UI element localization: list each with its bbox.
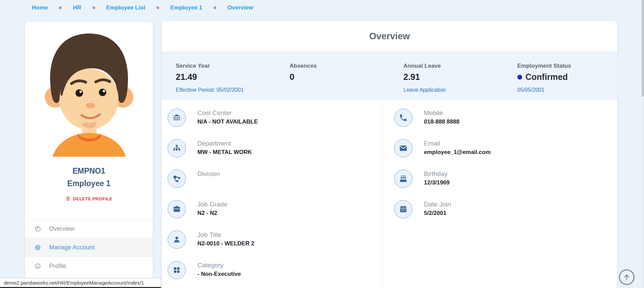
sidebar-item-label: Overview [49,225,74,232]
calendar-icon [399,205,408,214]
breadcrumb-employee-1[interactable]: Employee 1 [170,4,202,11]
overview-panel: Overview Service Year 21.49 Effective Pe… [162,21,617,288]
stat-service-year: Service Year 21.49 Effective Period: 05/… [162,51,276,100]
detail-label: Birthday [424,170,450,178]
detail-label: Division [197,170,220,178]
employee-number: EMPNO1 [25,165,153,177]
detail-value: employee_1@email.com [424,149,491,156]
envelope-icon [399,144,408,153]
detail-label: Department [197,140,252,147]
status-dot-icon [517,75,522,80]
detail-value: MW - METAL WORK [197,149,252,156]
breadcrumb-separator-dot [92,6,95,9]
profile-side-menu: Overview Manage Account Profile [25,219,153,275]
detail-date-join: Date Join 5/2/2001 [394,200,617,230]
detail-mobile: Mobile 018-888 8888 [394,109,617,139]
leave-application-link[interactable]: Leave Application [404,87,446,93]
detail-department: Department MW - METAL WORK [168,139,383,170]
detail-label: Category [197,262,241,269]
details-section: Cost Center N/A - NOT AVAILABLE Departme… [162,100,617,288]
detail-value: - Non-Executive [197,271,241,278]
breadcrumb-home[interactable]: Home [32,4,48,11]
detail-category: Category - Non-Executive [168,261,383,288]
detail-email: Email employee_1@email.com [394,139,617,170]
stat-employment-status: Employment Status Confirmed 05/05/2001 [503,51,617,100]
employee-name: Employee 1 [25,177,153,190]
grid-icon [172,266,181,274]
sidebar-item-overview[interactable]: Overview [25,220,153,238]
breadcrumb-separator-dot [156,6,159,9]
stat-absences: Absences 0 [276,51,389,100]
details-column-right: Mobile 018-888 8888 Email employee_1@ema… [383,100,617,288]
trash-icon [65,196,71,201]
browser-link-preview: demo2.pandaworks.net/HR/EmployeeManageAc… [0,278,161,288]
breadcrumb-hr[interactable]: HR [73,4,81,11]
scrollbar-thumb[interactable] [642,0,644,96]
sidebar-item-manage-account[interactable]: Manage Account [25,238,153,257]
bank-icon [172,113,181,122]
scroll-to-top-button[interactable] [619,269,635,285]
cake-icon [399,174,408,183]
employee-profile-card: EMPNO1 Employee 1 DELETE PROFILE Overvie… [25,22,153,288]
pie-chart-icon [34,225,41,232]
detail-value: N2 - N2 [197,210,228,217]
user-icon [172,235,181,244]
overview-header: Overview [162,21,617,51]
details-column-left: Cost Center N/A - NOT AVAILABLE Departme… [162,100,383,288]
detail-label: Email [424,140,491,147]
sidebar-item-label: Profile [49,263,66,270]
smiley-icon [34,263,41,270]
arrow-up-icon [622,273,631,282]
detail-label: Date Join [424,201,451,208]
stats-band: Service Year 21.49 Effective Period: 05/… [162,51,617,100]
delete-profile-label: DELETE PROFILE [73,196,113,201]
stat-label: Service Year [176,63,272,69]
stat-label: Employment Status [517,63,614,69]
detail-label: Mobile [424,109,459,117]
detail-division: Division [168,170,383,200]
detail-cost-center: Cost Center N/A - NOT AVAILABLE [168,109,383,139]
avatar [43,31,135,157]
detail-value: N/A - NOT AVAILABLE [197,118,258,125]
sidebar-item-profile[interactable]: Profile [25,257,153,275]
detail-job-title: Job Title N2-0010 - WELDER 2 [168,230,383,261]
detail-label: Cost Center [197,109,258,117]
detail-birthday: Birthday 12/3/1969 [394,170,617,200]
breadcrumb: Home HR Employee List Employee 1 Overvie… [0,0,644,16]
briefcase-icon [172,205,181,214]
breadcrumb-employee-list[interactable]: Employee List [106,4,145,11]
detail-value: N2-0010 - WELDER 2 [197,240,254,247]
detail-label: Job Title [197,231,254,239]
stat-label: Annual Leave [404,63,500,69]
breadcrumb-separator-dot [214,6,216,9]
org-chart-icon [172,144,181,153]
detail-label: Job Grade [197,201,228,208]
scrollbar-track[interactable] [642,0,644,288]
link-preview-url: demo2.pandaworks.net/HR/EmployeeManageAc… [4,280,144,286]
stat-value: 2.91 [404,72,500,82]
stat-value: 21.49 [176,72,272,82]
status-badge: Confirmed [525,72,568,82]
page-title: Overview [369,31,410,42]
delete-profile-button[interactable]: DELETE PROFILE [25,196,153,201]
detail-value: 5/2/2001 [424,210,451,217]
gear-icon [34,244,41,251]
flow-chart-icon [172,174,181,183]
sidebar-item-label: Manage Account [49,244,94,251]
confirmed-date-link[interactable]: 05/05/2001 [517,87,544,93]
breadcrumb-separator-dot [59,6,62,9]
stat-label: Absences [289,63,386,69]
detail-value: 018-888 8888 [424,118,459,125]
detail-value: 12/3/1969 [424,179,450,186]
app-screen: Home HR Employee List Employee 1 Overvie… [0,0,644,288]
stat-annual-leave: Annual Leave 2.91 Leave Application [390,51,503,100]
stat-value: 0 [289,72,386,82]
employee-identity: EMPNO1 Employee 1 [25,165,153,190]
detail-job-grade: Job Grade N2 - N2 [168,200,383,230]
effective-period-link[interactable]: Effective Period: 05/02/2001 [176,87,244,93]
breadcrumb-overview[interactable]: Overview [228,4,253,11]
phone-icon [399,113,408,122]
